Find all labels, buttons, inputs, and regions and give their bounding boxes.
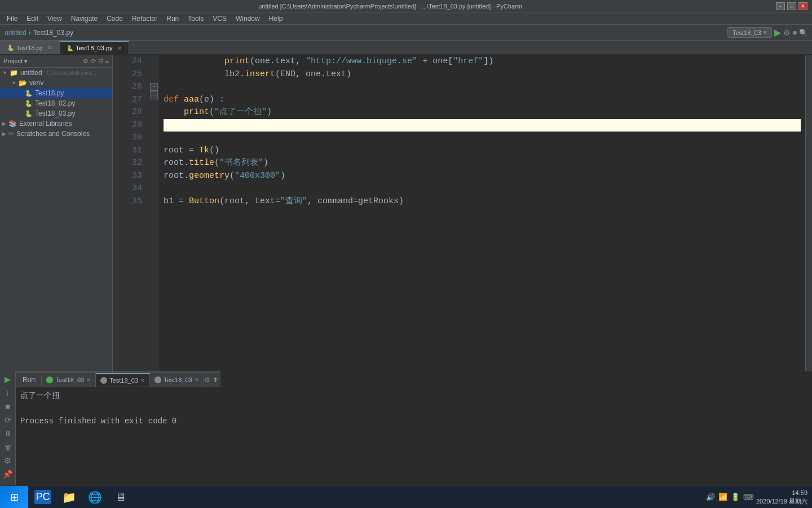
run-tab-close-1[interactable]: ✕ (86, 377, 91, 383)
menu-edit[interactable]: Edit (22, 14, 43, 24)
line-numbers: 24 25 26 27 28 29 30 31 32 33 34 35 (113, 55, 147, 371)
external-libs-icon: 📚 (8, 120, 17, 128)
console-line-2 (20, 402, 216, 414)
code-text[interactable]: print(one.text, "http://www.biquge.se" +… (159, 55, 805, 371)
bottom-panel: Run: Test18_03 ✕ Test18_03 ✕ Test18_03 (16, 371, 220, 496)
sidebar-untitled-label: untitled (20, 69, 42, 77)
title-bar-title: untitled [C:\Users\Administrator\Pycharm… (5, 3, 776, 10)
sidebar-ext-label: External Libraries (19, 120, 72, 128)
run-tab-icon-2 (100, 377, 107, 384)
menu-vcs[interactable]: VCS (208, 14, 231, 24)
run-expand-icon[interactable]: ⬆ (213, 376, 218, 384)
menu-window[interactable]: Window (231, 14, 264, 24)
tray-icon-3[interactable]: 🔋 (731, 493, 740, 501)
menu-run[interactable]: Run (162, 14, 183, 24)
sidebar-item-scratches[interactable]: ▶ ✏ Scratches and Consoles (0, 129, 112, 139)
sidebar-item-test18[interactable]: 🐍 Test18.py (0, 88, 112, 98)
main-area: Project ▾ ⚙ ⟳ ⊟ ≡ ▼ 📁 untitled C:\Users\… (0, 55, 812, 371)
run-config-label: Test18_03 (732, 29, 761, 36)
run-config-box[interactable]: Test18_03 ▾ (727, 27, 772, 38)
run-tab-icon-3 (155, 376, 161, 383)
sidebar-item-venv[interactable]: ▼ 📂 venv (0, 78, 112, 88)
editor-scrollbar[interactable] (805, 55, 812, 371)
tray-icon-1[interactable]: 🔊 (706, 493, 715, 501)
tab-test18[interactable]: 🐍 Test18.py ✕ (0, 41, 59, 54)
tab-test18-03[interactable]: 🐍 Test18_03.py ✕ (59, 41, 129, 54)
tab-icon-test18: 🐍 (7, 45, 14, 51)
run-tab-2[interactable]: Test18_03 ✕ (96, 373, 150, 387)
run-gear-icon[interactable]: ⚙ (204, 376, 210, 384)
tab-close-test18[interactable]: ✕ (47, 45, 52, 51)
code-line-28: print("点了一个扭") (164, 106, 801, 119)
menu-tools[interactable]: Tools (183, 14, 208, 24)
sidebar-gear-icon[interactable]: ⚙ (83, 58, 89, 65)
run-tab-1[interactable]: Test18_03 ✕ (42, 373, 96, 387)
sidebar-item-test18-02[interactable]: 🐍 Test18_02.py (0, 98, 112, 108)
run-stop-button[interactable]: ■ (2, 401, 14, 412)
taskbar-item-explorer[interactable]: 📁 (56, 487, 81, 507)
tray-icon-2[interactable]: 📶 (718, 493, 727, 501)
breadcrumb-project[interactable]: untitled (5, 29, 27, 37)
sidebar-item-test18-03[interactable]: 🐍 Test18_03.py (0, 108, 112, 119)
sidebar-venv-label: venv (29, 79, 43, 87)
sidebar-item-external-libs[interactable]: ▶ 📚 External Libraries (0, 119, 112, 129)
menu-code[interactable]: Code (102, 14, 127, 24)
tray-icon-4[interactable]: ⌨ (743, 493, 754, 501)
code-content[interactable]: 24 25 26 27 28 29 30 31 32 33 34 35 (113, 55, 812, 371)
fold-28[interactable]: − (150, 91, 158, 99)
chevron-down-icon: ▼ (2, 70, 7, 76)
chevron-down-icon: ▾ (764, 29, 767, 36)
sidebar: Project ▾ ⚙ ⟳ ⊟ ≡ ▼ 📁 untitled C:\Users\… (0, 55, 113, 371)
editor-area: 24 25 26 27 28 29 30 31 32 33 34 35 (113, 55, 812, 371)
run-tab-close-3[interactable]: ✕ (195, 377, 199, 383)
stop-button[interactable]: ■ (793, 29, 797, 37)
run-clear-button[interactable]: 🗑 (2, 441, 14, 453)
build-button[interactable]: ⚙ (783, 28, 791, 37)
restore-button[interactable]: □ (787, 2, 796, 10)
code-view: 24 25 26 27 28 29 30 31 32 33 34 35 (113, 55, 812, 371)
run-play-button[interactable]: ▶ (2, 374, 14, 385)
sidebar-settings-icon[interactable]: ≡ (105, 58, 109, 65)
start-button[interactable]: ⊞ (0, 486, 28, 509)
taskbar-item-terminal[interactable]: 🖥 (108, 487, 133, 507)
run-settings-button[interactable]: ⚙ (2, 455, 14, 466)
sidebar-sync-icon[interactable]: ⟳ (91, 58, 96, 65)
sidebar-item-untitled[interactable]: ▼ 📁 untitled C:\Users\Administ... (0, 68, 112, 78)
run-rerun-button[interactable]: ⟳ (2, 414, 14, 426)
close-button[interactable]: ✕ (798, 2, 807, 10)
menu-navigate[interactable]: Navigate (67, 14, 102, 24)
fold-27[interactable]: − (150, 83, 158, 91)
run-tab-label-2: Test18_03 (109, 377, 138, 384)
search-button[interactable]: 🔍 (799, 29, 807, 37)
taskbar-item-pc[interactable]: PC (30, 487, 55, 507)
menu-help[interactable]: Help (264, 14, 288, 24)
taskbar-right: 🔊 📶 🔋 ⌨ 14:59 2020/12/19 星期六 (701, 489, 812, 505)
sidebar-collapse-icon[interactable]: ⊟ (98, 58, 103, 65)
run-pin-button[interactable]: 📌 (2, 468, 14, 480)
project-icon: 📁 (10, 69, 18, 77)
run-tab-close-2[interactable]: ✕ (140, 378, 145, 383)
tab-label-test18: Test18.py (16, 45, 43, 51)
console-output: 点了一个扭 Process finished with exit code 0 (16, 387, 220, 496)
breadcrumb-file[interactable]: Test18_03.py (33, 29, 73, 37)
menu-file[interactable]: File (2, 14, 22, 24)
code-line-27: def aaa(e) : (164, 94, 801, 107)
clock[interactable]: 14:59 2020/12/19 星期六 (756, 489, 807, 505)
run-label: Run: (18, 375, 42, 385)
minimize-button[interactable]: − (776, 2, 785, 10)
run-tab-3[interactable]: Test18_03 ✕ (150, 373, 204, 387)
tab-close-test18-03[interactable]: ✕ (117, 45, 122, 51)
run-pause-button[interactable]: ⏸ (2, 428, 14, 439)
nav-bar: untitled › Test18_03.py Test18_03 ▾ ▶ ⚙ … (0, 25, 812, 41)
menu-refactor[interactable]: Refactor (127, 14, 162, 24)
bottom-sidebar: ▶ ↓ ■ ⟳ ⏸ 🗑 ⚙ 📌 ✕ (0, 371, 16, 496)
taskbar-item-browser[interactable]: 🌐 (82, 487, 107, 507)
chevron-right-icon-ext: ▶ (2, 121, 6, 126)
menu-view[interactable]: View (43, 14, 67, 24)
title-bar: untitled [C:\Users\Administrator\Pycharm… (0, 0, 812, 12)
run-button[interactable]: ▶ (774, 27, 781, 38)
sidebar-header: Project ▾ ⚙ ⟳ ⊟ ≡ (0, 55, 112, 68)
bottom-section: ▶ ↓ ■ ⟳ ⏸ 🗑 ⚙ 📌 ✕ Run: Test18_03 ✕ (0, 371, 812, 496)
run-down-button[interactable]: ↓ (2, 387, 14, 398)
code-line-34 (164, 182, 801, 195)
